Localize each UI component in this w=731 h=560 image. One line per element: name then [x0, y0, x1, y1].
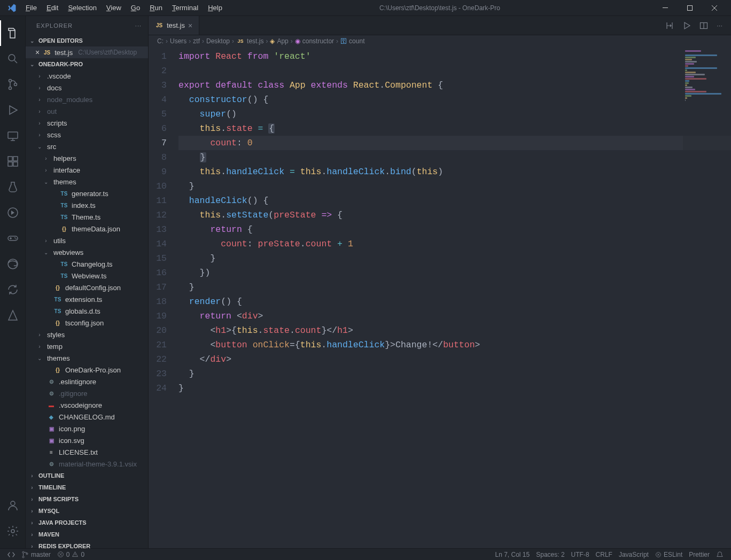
folder-item[interactable]: ›utils [26, 235, 148, 246]
outline-section[interactable]: ›OUTLINE [26, 470, 148, 481]
folder-item[interactable]: ›out [26, 105, 148, 117]
more-actions-icon[interactable]: ··· [714, 19, 725, 32]
status-spaces[interactable]: Spaces: 2 [533, 551, 567, 558]
folder-item[interactable]: ›temp [26, 340, 148, 352]
status-branch[interactable]: master [18, 551, 54, 558]
file-item[interactable]: ≡LICENSE.txt [26, 446, 148, 458]
folder-item[interactable]: ›docs [26, 82, 148, 94]
status-notifications-icon[interactable] [713, 551, 727, 558]
status-formatter[interactable]: Prettier [686, 551, 713, 558]
file-item[interactable]: TSWebview.ts [26, 270, 148, 282]
folder-item[interactable]: ›scripts [26, 117, 148, 129]
file-item[interactable]: {}tsconfig.json [26, 317, 148, 329]
workspace-section[interactable]: ⌄ONEDARK-PRO [26, 58, 148, 70]
activity-edge-icon[interactable] [0, 251, 26, 277]
menu-file[interactable]: File [21, 2, 41, 14]
folder-item[interactable]: ›scss [26, 129, 148, 141]
menu-selection[interactable]: Selection [64, 2, 100, 14]
menu-terminal[interactable]: Terminal [168, 2, 203, 14]
status-eslint[interactable]: ESLint [652, 551, 686, 558]
open-editor-item[interactable]: × JS test.js C:\Users\ztf\Desktop [26, 46, 148, 58]
activity-explorer-icon[interactable] [0, 20, 26, 46]
status-eol[interactable]: CRLF [593, 551, 616, 558]
breadcrumb-segment[interactable]: C: [157, 37, 164, 45]
folder-item[interactable]: ⌄webviews [26, 246, 148, 258]
code-editor[interactable]: 123456789101112131415161718192021222324 … [149, 47, 731, 548]
activity-account-icon[interactable] [0, 493, 26, 518]
status-encoding[interactable]: UTF-8 [568, 551, 593, 558]
file-item[interactable]: ▣icon.png [26, 423, 148, 434]
minimize-button[interactable] [653, 0, 678, 16]
npm-scripts-section[interactable]: ›NPM SCRIPTS [26, 493, 148, 505]
folder-item[interactable]: ›styles [26, 329, 148, 340]
timeline-section[interactable]: ›TIMELINE [26, 481, 148, 493]
sidebar-more-icon[interactable]: ··· [135, 22, 142, 29]
close-icon[interactable]: × [35, 48, 40, 57]
menu-run[interactable]: Run [145, 2, 167, 14]
file-item[interactable]: TSChangelog.ts [26, 258, 148, 270]
activity-testing-icon[interactable] [0, 174, 26, 200]
breadcrumb-segment[interactable]: ztf [193, 37, 200, 45]
activity-gamepad-icon[interactable] [0, 225, 26, 251]
file-item[interactable]: ⚙.gitignore [26, 387, 148, 399]
activity-sync-icon[interactable] [0, 277, 26, 302]
file-item[interactable]: {}OneDark-Pro.json [26, 364, 148, 376]
menu-go[interactable]: Go [127, 2, 144, 14]
file-item[interactable]: ▬.vscodeignore [26, 399, 148, 411]
maven-section[interactable]: ›MAVEN [26, 528, 148, 540]
breadcrumb[interactable]: C:›Users›ztf›Desktop›JStest.js›◈App›◉con… [149, 35, 731, 47]
file-item[interactable]: TSindex.ts [26, 199, 148, 211]
breadcrumb-segment[interactable]: ⚿count [340, 37, 364, 45]
activity-search-icon[interactable] [0, 46, 26, 72]
file-item[interactable]: TSTheme.ts [26, 211, 148, 223]
activity-azure-icon[interactable] [0, 302, 26, 328]
file-item[interactable]: TSgenerator.ts [26, 188, 148, 199]
menu-view[interactable]: View [102, 2, 126, 14]
split-editor-icon[interactable] [697, 19, 710, 32]
run-file-icon[interactable] [680, 19, 693, 32]
file-item[interactable]: ⚙.eslintignore [26, 376, 148, 387]
file-item[interactable]: ▣icon.svg [26, 434, 148, 446]
breadcrumb-segment[interactable]: ◈App [270, 37, 288, 45]
open-editors-section[interactable]: ⌄OPEN EDITORS [26, 35, 148, 46]
editor-tab[interactable]: JS test.js × [149, 16, 199, 35]
file-item[interactable]: ◆CHANGELOG.md [26, 411, 148, 423]
folder-item[interactable]: ›node_modules [26, 94, 148, 105]
close-button[interactable] [702, 0, 727, 16]
status-remote-icon[interactable] [4, 551, 18, 558]
folder-item[interactable]: ⌄themes [26, 176, 148, 188]
folder-item[interactable]: ⌄src [26, 141, 148, 152]
activity-run-debug-icon[interactable] [0, 97, 26, 123]
activity-remote-icon[interactable] [0, 123, 26, 149]
maximize-button[interactable] [678, 0, 702, 16]
minimap[interactable] [683, 47, 731, 548]
status-cursor-position[interactable]: Ln 7, Col 15 [492, 551, 533, 558]
redis-section[interactable]: ›REDIS EXPLORER [26, 540, 148, 548]
file-item[interactable]: {}defaultConfig.json [26, 282, 148, 293]
breadcrumb-segment[interactable]: ◉constructor [295, 37, 334, 45]
status-language[interactable]: JavaScript [616, 551, 652, 558]
activity-live-share-icon[interactable] [0, 200, 26, 225]
activity-source-control-icon[interactable] [0, 72, 26, 97]
menu-help[interactable]: Help [204, 2, 227, 14]
activity-settings-icon[interactable] [0, 518, 26, 544]
status-problems[interactable]: 0 0 [54, 551, 88, 558]
code-content[interactable]: import React from 'react' export default… [178, 47, 731, 548]
mysql-section[interactable]: ›MYSQL [26, 505, 148, 517]
compare-icon[interactable] [663, 19, 676, 32]
activity-extensions-icon[interactable] [0, 149, 26, 174]
menu-edit[interactable]: Edit [42, 2, 63, 14]
folder-item[interactable]: ›helpers [26, 152, 148, 164]
java-projects-section[interactable]: ›JAVA PROJECTS [26, 517, 148, 528]
close-tab-icon[interactable]: × [188, 21, 192, 30]
file-item[interactable]: TSextension.ts [26, 293, 148, 305]
breadcrumb-segment[interactable]: JStest.js [236, 37, 263, 45]
folder-item[interactable]: ›.vscode [26, 70, 148, 82]
breadcrumb-segment[interactable]: Users [170, 37, 186, 45]
file-item[interactable]: ⚙material-theme-3.9.1.vsix [26, 458, 148, 470]
folder-item[interactable]: ›interface [26, 164, 148, 176]
file-item[interactable]: {}themeData.json [26, 223, 148, 235]
file-item[interactable]: TSglobals.d.ts [26, 305, 148, 317]
folder-item[interactable]: ⌄themes [26, 352, 148, 364]
breadcrumb-segment[interactable]: Desktop [206, 37, 230, 45]
